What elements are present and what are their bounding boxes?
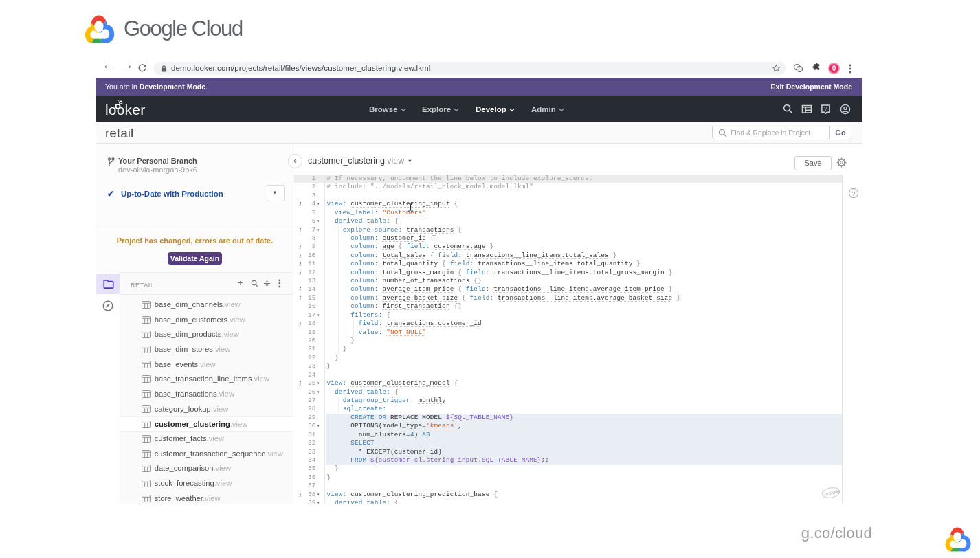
svg-text:lookML: lookML [824,489,841,498]
svg-text:?: ? [824,105,827,112]
